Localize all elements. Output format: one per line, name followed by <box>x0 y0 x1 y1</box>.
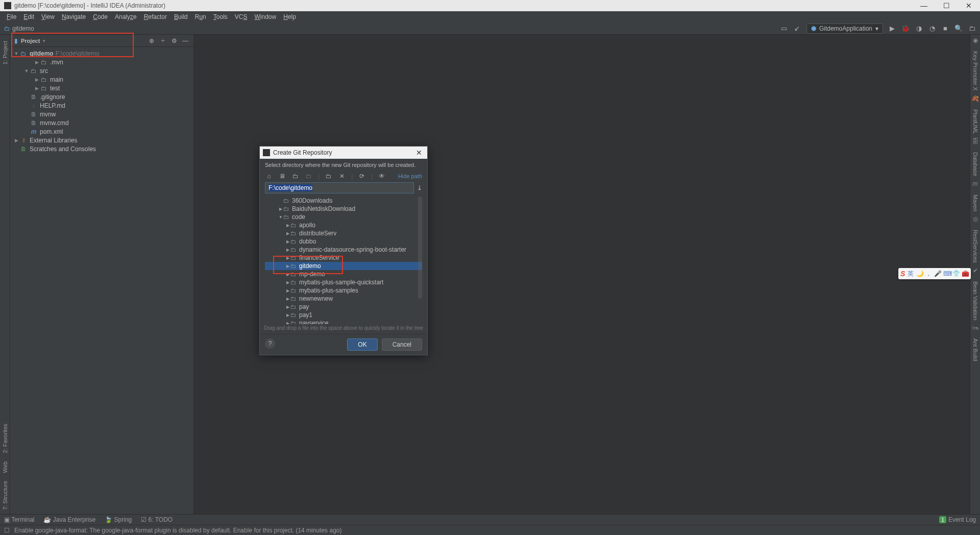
menu-tools[interactable]: Tools <box>210 12 231 21</box>
run-config-selector[interactable]: ⬢ GitdemoApplication ▾ <box>806 23 883 34</box>
minimize-button[interactable]: — <box>913 2 935 10</box>
directory-row[interactable]: ▶🗀dynamic-datasource-spring-boot-starter <box>265 246 422 254</box>
tab-todo[interactable]: ☑ 6: TODO <box>141 516 173 523</box>
tree-item[interactable]: 🗎mvnw <box>10 110 193 118</box>
menu-code[interactable]: Code <box>89 12 111 21</box>
tree-item[interactable]: ▶🗀.mvn <box>10 58 193 66</box>
directory-row[interactable]: ▶🗀pay1 <box>265 311 422 319</box>
help-button[interactable]: ? <box>265 338 275 349</box>
rest-icon[interactable]: ◎ <box>971 215 979 224</box>
skin-icon[interactable]: 👕 <box>952 270 960 277</box>
project-icon[interactable]: 🗀 <box>291 172 300 180</box>
menu-help[interactable]: Help <box>280 12 300 21</box>
scrollbar[interactable] <box>418 197 422 299</box>
directory-row[interactable]: ▶🗀financeService <box>265 254 422 262</box>
cancel-button[interactable]: Cancel <box>382 338 422 351</box>
chevron-down-icon[interactable]: ▾ <box>43 38 45 43</box>
ant-icon[interactable]: 🐜 <box>971 324 979 332</box>
hide-path-link[interactable]: Hide path <box>398 173 422 179</box>
directory-row[interactable]: ▶🗀newnewnew <box>265 295 422 303</box>
directory-row[interactable]: ▶🗀BaiduNetdiskDownload <box>265 205 422 213</box>
close-button[interactable]: ✕ <box>958 2 980 10</box>
breadcrumb-project[interactable]: gitdemo <box>12 25 34 32</box>
tab-spring[interactable]: 🍃 Spring <box>105 516 132 523</box>
show-hidden-icon[interactable]: 👁 <box>378 172 386 180</box>
dialog-close-button[interactable]: ✕ <box>414 149 424 157</box>
menu-navigate[interactable]: Navigate <box>58 12 89 21</box>
project-tree[interactable]: ▼🗀 gitdemo F:\code\gitdemo ▶🗀.mvn▼🗀src▶🗀… <box>10 47 193 514</box>
path-input[interactable]: F:\code\gitdemo <box>265 182 414 193</box>
history-dropdown-icon[interactable]: ⤓ <box>417 184 422 191</box>
module-icon[interactable]: 🗀 <box>305 172 313 180</box>
menu-build[interactable]: Build <box>170 12 191 21</box>
collapse-icon[interactable]: ÷ <box>159 37 167 45</box>
stop-icon[interactable]: ■ <box>941 25 949 33</box>
directory-row[interactable]: ▶🗀mp-demo <box>265 270 422 278</box>
desktop-icon[interactable]: 🖥 <box>278 172 286 180</box>
directory-row[interactable]: ▶🗀distributeServ <box>265 229 422 237</box>
scratches-consoles[interactable]: 🗎 Scratches and Consoles <box>10 144 193 153</box>
debug-icon[interactable]: 🐞 <box>901 25 910 33</box>
tree-item[interactable]: ▶🗀main <box>10 75 193 84</box>
maximize-button[interactable]: ☐ <box>935 2 958 10</box>
right-tab-rest[interactable]: RestServices <box>971 226 979 267</box>
tree-item[interactable]: ▶🗀test <box>10 84 193 92</box>
menu-run[interactable]: Run <box>191 12 210 21</box>
directory-row[interactable]: ▶🗀mybatis-plus-samples <box>265 286 422 295</box>
directory-tree[interactable]: 🗀360Downloads▶🗀BaiduNetdiskDownload▼🗀cod… <box>265 197 422 324</box>
tab-java-enterprise[interactable]: ☕ Java Enterprise <box>43 516 95 523</box>
coverage-icon[interactable]: ◑ <box>915 25 923 33</box>
project-panel-title[interactable]: Project <box>21 38 40 44</box>
ime-lang[interactable]: 英 <box>907 270 914 278</box>
right-tab-maven[interactable]: Maven <box>971 190 979 215</box>
home-icon[interactable]: ⌂ <box>265 172 273 180</box>
right-tab-keypromoter[interactable]: Key Promoter X <box>971 47 979 95</box>
refresh-icon[interactable]: ⟳ <box>358 172 366 180</box>
left-tab-project[interactable]: 1: Project <box>1 37 9 68</box>
delete-icon[interactable]: ✕ <box>338 172 346 180</box>
key-promoter-icon[interactable]: ◉ <box>971 37 979 45</box>
project-structure-icon[interactable]: 🗀 <box>968 25 976 33</box>
tree-item[interactable]: ▼🗀src <box>10 66 193 75</box>
menu-view[interactable]: View <box>38 12 58 21</box>
directory-row[interactable]: 🗀360Downloads <box>265 197 422 205</box>
right-tab-plantuml[interactable]: PlantUML <box>971 105 979 138</box>
vcs-update-icon[interactable]: ↙ <box>793 25 801 33</box>
status-icon[interactable]: ☐ <box>4 527 11 534</box>
mic-icon[interactable]: 🎤 <box>934 270 941 277</box>
gear-icon[interactable]: ⚙ <box>170 37 178 45</box>
tree-item[interactable]: 🗎.gitignore <box>10 92 193 101</box>
menu-vcs[interactable]: VCS <box>231 12 251 21</box>
directory-row[interactable]: ▶🗀mybatis-plus-sample-quickstart <box>265 278 422 286</box>
right-tab-bean[interactable]: Bean Validation <box>971 277 979 324</box>
menu-window[interactable]: Window <box>251 12 280 21</box>
directory-row[interactable]: ▼🗀code <box>265 213 422 221</box>
external-libraries[interactable]: ▶⫴ External Libraries <box>10 136 193 144</box>
left-tab-structure[interactable]: 7: Structure <box>1 477 9 514</box>
menu-edit[interactable]: Edit <box>20 12 38 21</box>
ime-toolbar[interactable]: S 英 🌙 ， 🎤 ⌨ 👕 🧰 <box>898 268 971 279</box>
directory-row[interactable]: ▶🗀gitdemo <box>265 262 422 270</box>
directory-row[interactable]: ▶🗀dubbo <box>265 237 422 246</box>
moon-icon[interactable]: 🌙 <box>916 270 923 277</box>
run-icon[interactable]: ▶ <box>888 25 896 33</box>
right-tab-database[interactable]: Database <box>971 148 979 180</box>
tree-item[interactable]: mpom.xml <box>10 127 193 136</box>
directory-row[interactable]: ▶🗀pay <box>265 303 422 311</box>
hide-icon[interactable]: — <box>181 37 189 45</box>
directory-row[interactable]: ▶🗀apollo <box>265 221 422 229</box>
database-icon[interactable]: 🗄 <box>971 138 979 146</box>
new-folder-icon[interactable]: 🗀 <box>325 172 333 180</box>
left-tab-favorites[interactable]: 2: Favorites <box>1 420 9 457</box>
menu-file[interactable]: File <box>3 12 20 21</box>
plantuml-icon[interactable]: 🍂 <box>971 95 979 103</box>
tab-terminal[interactable]: ▣ Terminal <box>4 516 34 523</box>
left-tab-web[interactable]: Web <box>1 457 9 477</box>
punctuation-icon[interactable]: ， <box>925 270 932 278</box>
event-log-button[interactable]: 1 Event Log <box>939 516 976 523</box>
toolbox-icon[interactable]: 🧰 <box>962 270 969 277</box>
right-tab-ant[interactable]: Ant Build <box>971 334 979 365</box>
search-icon[interactable]: 🔍 <box>954 25 963 33</box>
tree-root[interactable]: ▼🗀 gitdemo F:\code\gitdemo <box>10 49 193 58</box>
tree-item[interactable]: ↓HELP.md <box>10 101 193 110</box>
